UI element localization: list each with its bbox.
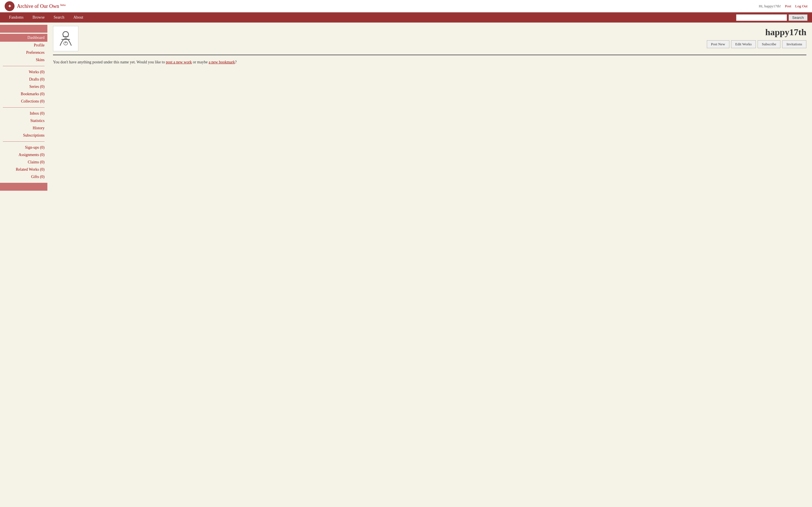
nav-fandoms[interactable]: Fandoms bbox=[4, 13, 28, 22]
post-link[interactable]: Post bbox=[785, 4, 791, 8]
main-content: ✶ happy17th Post New Edit Works Subscrib… bbox=[47, 22, 812, 507]
user-header: ✶ happy17th Post New Edit Works Subscrib… bbox=[53, 22, 806, 55]
greeting-text: Hi, happy17th! bbox=[759, 4, 781, 8]
post-new-button[interactable]: Post New bbox=[707, 40, 729, 48]
site-header: ✦ Archive of Our Own beta Hi, happy17th!… bbox=[0, 0, 812, 12]
new-bookmark-link[interactable]: a new bookmark bbox=[209, 60, 235, 64]
subscribe-button[interactable]: Subscribe bbox=[758, 40, 780, 48]
username-display: happy17th bbox=[765, 27, 806, 38]
sidebar-item-collections[interactable]: Collections (0) bbox=[0, 98, 47, 105]
search-input[interactable] bbox=[736, 14, 787, 21]
sidebar-item-inbox[interactable]: Inbox (0) bbox=[0, 110, 47, 117]
nav-browse[interactable]: Browse bbox=[28, 13, 49, 22]
sidebar-item-works[interactable]: Works (0) bbox=[0, 68, 47, 76]
svg-text:✦: ✦ bbox=[8, 3, 12, 9]
navbar-items: Fandoms Browse Search About bbox=[4, 13, 88, 22]
sidebar-divider-2 bbox=[3, 107, 45, 108]
sidebar-item-preferences[interactable]: Preferences bbox=[0, 49, 47, 56]
empty-message: You don't have anything posted under thi… bbox=[53, 59, 806, 65]
logout-link[interactable]: Log Out bbox=[795, 4, 808, 8]
nav-about[interactable]: About bbox=[69, 13, 88, 22]
sidebar-top-bar bbox=[0, 25, 47, 33]
sidebar-item-history[interactable]: History bbox=[0, 124, 47, 132]
sidebar-item-subscriptions[interactable]: Subscriptions bbox=[0, 132, 47, 139]
user-avatar: ✶ bbox=[53, 26, 79, 51]
sidebar-item-bookmarks[interactable]: Bookmarks (0) bbox=[0, 91, 47, 98]
svg-text:✶: ✶ bbox=[64, 41, 67, 44]
main-navbar: Fandoms Browse Search About Search bbox=[0, 12, 812, 22]
sidebar-item-statistics[interactable]: Statistics bbox=[0, 117, 47, 124]
sidebar-item-skins[interactable]: Skins bbox=[0, 56, 47, 64]
sidebar-item-dashboard[interactable]: Dashboard bbox=[0, 34, 47, 42]
edit-works-button[interactable]: Edit Works bbox=[731, 40, 756, 48]
sidebar-item-claims[interactable]: Claims (0) bbox=[0, 159, 47, 166]
sidebar: Dashboard Profile Preferences Skins Work… bbox=[0, 22, 47, 507]
nav-search[interactable]: Search bbox=[49, 13, 69, 22]
sidebar-item-assignments[interactable]: Assignments (0) bbox=[0, 151, 47, 159]
sidebar-bottom-bar bbox=[0, 183, 47, 191]
user-name-section: happy17th Post New Edit Works Subscribe … bbox=[83, 26, 806, 48]
site-title: Archive of Our Own beta bbox=[17, 3, 65, 9]
search-form: Search bbox=[736, 14, 808, 21]
sidebar-item-series[interactable]: Series (0) bbox=[0, 83, 47, 91]
avatar-icon: ✶ bbox=[56, 29, 75, 48]
sidebar-item-related-works[interactable]: Related Works (0) bbox=[0, 166, 47, 173]
sidebar-item-signups[interactable]: Sign-ups (0) bbox=[0, 144, 47, 151]
logo-icon: ✦ bbox=[4, 1, 15, 11]
sidebar-divider-3 bbox=[3, 142, 45, 142]
site-logo[interactable]: ✦ Archive of Our Own beta bbox=[4, 1, 65, 11]
sidebar-item-gifts[interactable]: Gifts (0) bbox=[0, 173, 47, 180]
user-actions: Post New Edit Works Subscribe Invitation… bbox=[707, 40, 806, 48]
sidebar-item-drafts[interactable]: Drafts (0) bbox=[0, 76, 47, 83]
sidebar-item-profile[interactable]: Profile bbox=[0, 42, 47, 49]
post-new-work-link[interactable]: post a new work bbox=[166, 60, 192, 64]
header-left: ✦ Archive of Our Own beta bbox=[4, 1, 65, 11]
invitations-button[interactable]: Invitations bbox=[782, 40, 806, 48]
header-right: Hi, happy17th! Post Log Out bbox=[759, 4, 808, 8]
search-button[interactable]: Search bbox=[789, 14, 808, 21]
main-layout: Dashboard Profile Preferences Skins Work… bbox=[0, 22, 812, 507]
